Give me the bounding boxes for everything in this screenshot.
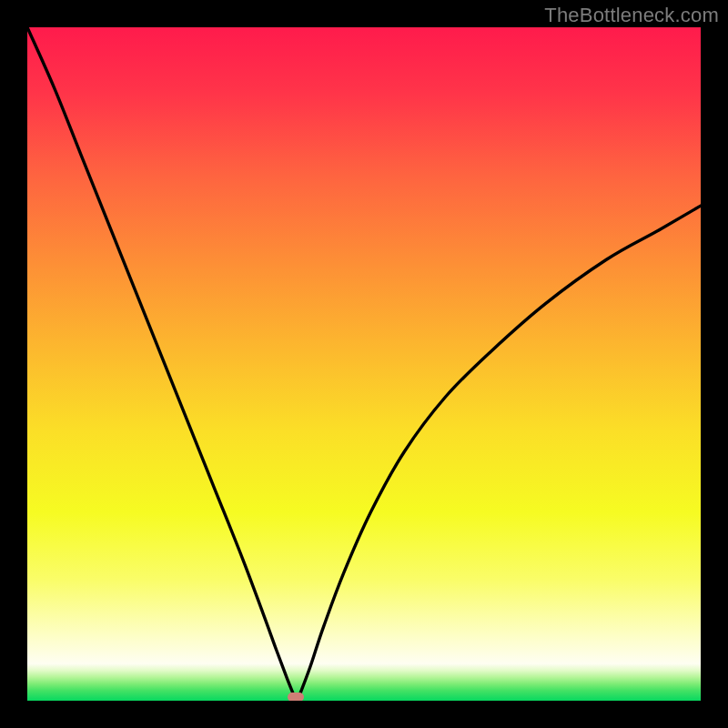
curve-left-branch [27,27,293,694]
bottleneck-curve [27,27,701,701]
outer-frame: TheBottleneck.com [0,0,728,728]
watermark-text: TheBottleneck.com [544,4,719,27]
plot-area [27,27,701,701]
curve-right-branch [300,206,701,694]
minimum-marker [288,693,304,701]
